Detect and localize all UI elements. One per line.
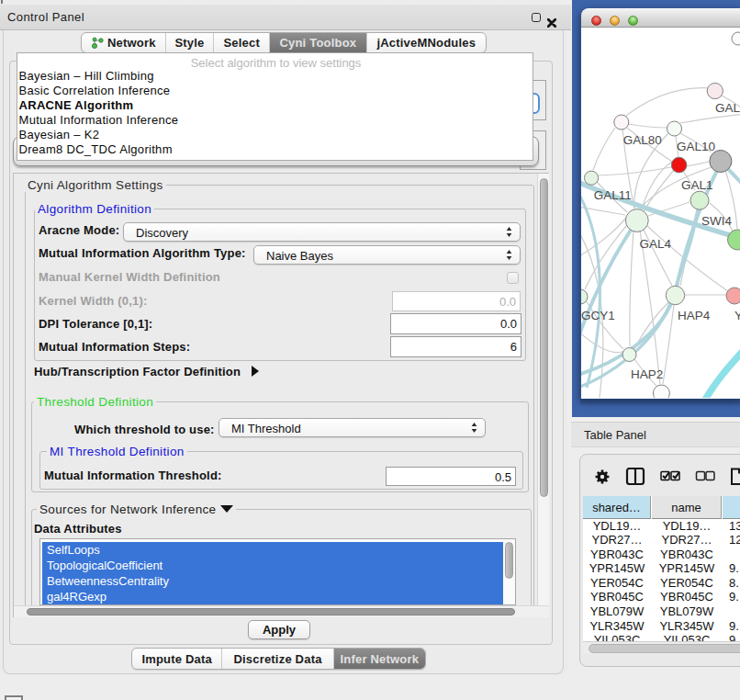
svg-text:GCY1: GCY1 [581,309,615,322]
svg-text:GAL1: GAL1 [681,178,713,192]
svg-text:HAP2: HAP2 [631,367,663,381]
svg-text:GAL80: GAL80 [623,133,662,147]
svg-text:SWI4: SWI4 [701,214,732,228]
svg-text:GAL11: GAL11 [594,188,632,202]
svg-text:GAL4: GAL4 [640,237,672,251]
svg-text:YE: YE [734,309,740,322]
svg-text:HAP4: HAP4 [678,309,711,322]
svg-text:GAL2: GAL2 [715,101,740,115]
svg-text:GAL10: GAL10 [677,140,715,153]
